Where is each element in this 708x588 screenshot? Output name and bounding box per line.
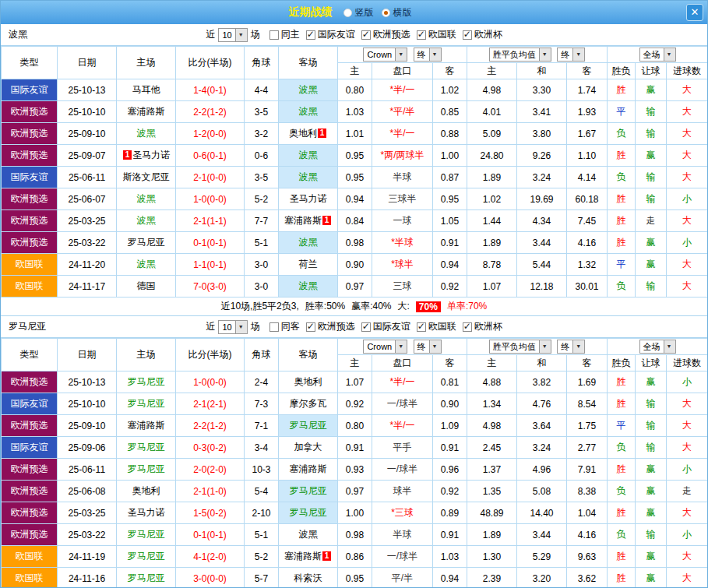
- competition-badge: 欧洲预选: [2, 524, 57, 545]
- odds-home: 0.98: [338, 524, 372, 546]
- match-count-select[interactable]: 10: [218, 28, 247, 42]
- scope-select[interactable]: 全场: [639, 48, 676, 62]
- mean-draw: 4.96: [517, 459, 567, 481]
- dropdown-arrow-icon: [572, 340, 584, 353]
- odds-home: 0.93: [338, 459, 372, 481]
- handicap-result: 输: [636, 524, 667, 546]
- table-row: 欧洲预选 25-10-13 罗马尼亚 1-0(0-0) 2-4 奥地利 1.07…: [2, 371, 708, 393]
- odds-away: 1.09: [433, 415, 467, 437]
- filter-checkbox-item[interactable]: 欧洲预选: [361, 28, 410, 41]
- away-team: 罗马尼亚: [279, 481, 338, 502]
- mean-away: 30.01: [567, 276, 608, 298]
- checkbox-icon[interactable]: [269, 322, 279, 332]
- filter-checkbox-item[interactable]: 欧洲杯: [463, 28, 502, 41]
- checkbox-icon[interactable]: [361, 30, 371, 40]
- competition-badge: 国际友谊: [2, 393, 57, 414]
- competition-type: 欧国联: [2, 568, 58, 588]
- corners: 5-2: [245, 546, 279, 568]
- odds-away: 0.91: [433, 232, 467, 254]
- odds-home: 1.01: [338, 123, 372, 145]
- match-date: 25-03-25: [58, 210, 117, 232]
- result: 胜: [608, 393, 636, 415]
- col-mean-home: 主: [467, 355, 517, 371]
- competition-type: 国际友谊: [2, 79, 58, 101]
- corners: 4-4: [245, 79, 279, 101]
- odds-handicap: 三球半: [372, 188, 433, 210]
- table-row: 欧洲预选 25-03-22 罗马尼亚 0-1(0-1) 5-1 波黑 0.98 …: [2, 524, 708, 546]
- mean-odds-group: 胜平负均值 终: [467, 339, 608, 355]
- competition-type: 国际友谊: [2, 393, 58, 415]
- filter-checkbox-item[interactable]: 欧洲预选: [306, 320, 355, 333]
- home-team-name: 波黑: [137, 259, 156, 269]
- competition-type: 欧洲预选: [2, 481, 58, 502]
- result-group: 全场: [608, 47, 708, 63]
- odds-away: 1.03: [433, 546, 467, 568]
- mean-select[interactable]: 胜平负均值: [489, 340, 551, 354]
- match-date: 24-11-16: [58, 568, 117, 588]
- radio-horizontal[interactable]: [382, 9, 390, 17]
- odds-handicap: 半球: [372, 167, 433, 188]
- checkbox-icon[interactable]: [306, 322, 315, 332]
- home-team: 罗马尼亚: [117, 232, 176, 254]
- mean-away: 1.10: [567, 145, 608, 167]
- col-mean-away: 客: [567, 355, 608, 371]
- handicap-result: 赢: [636, 459, 667, 481]
- page-title: 近期战绩: [289, 5, 333, 19]
- away-team: 罗马尼亚: [279, 502, 338, 524]
- home-team-name: 波黑: [137, 215, 156, 226]
- match-count-select[interactable]: 10: [218, 320, 247, 334]
- corners: 3-4: [245, 437, 279, 459]
- home-team: 罗马尼亚: [117, 568, 176, 588]
- col-odds-handicap: 盘口: [372, 355, 433, 371]
- checkbox-icon[interactable]: [417, 322, 426, 332]
- filter-checkbox-item[interactable]: 国际友谊: [361, 320, 410, 333]
- radio-vertical[interactable]: [343, 9, 352, 17]
- odds-stage-select[interactable]: 终: [414, 48, 442, 62]
- handicap-odds-group: Crown 终: [338, 47, 467, 63]
- checkbox-icon[interactable]: [269, 30, 279, 40]
- filter-checkbox-item[interactable]: 同主: [269, 28, 300, 41]
- radio-horizontal-label[interactable]: 横版: [393, 6, 412, 19]
- col-handicap-result: 让球: [636, 63, 667, 79]
- odds-stage-select[interactable]: 终: [414, 340, 442, 354]
- score: 1-5(0-2): [176, 502, 245, 524]
- table-row: 欧洲预选 25-03-25 圣马力诺 1-5(0-2) 2-10 罗马尼亚 1.…: [2, 502, 708, 524]
- mean-stage-select[interactable]: 终: [557, 48, 585, 62]
- home-team-name: 塞浦路斯: [128, 420, 165, 431]
- summary-record: 近10场,胜5平2负3,: [221, 300, 299, 313]
- bookmaker-select[interactable]: Crown: [363, 48, 407, 62]
- bookmaker-select[interactable]: Crown: [363, 340, 407, 354]
- scope-select[interactable]: 全场: [639, 340, 676, 354]
- mean-stage-select[interactable]: 终: [557, 340, 585, 354]
- odds-away: 0.94: [433, 568, 467, 588]
- checkbox-icon[interactable]: [463, 30, 472, 40]
- mean-home: 4.98: [467, 415, 517, 437]
- odds-home: 0.97: [338, 481, 372, 502]
- mean-home: 1.34: [467, 393, 517, 415]
- filter-checkbox-item[interactable]: 欧国联: [417, 320, 456, 333]
- filter-checkbox-item[interactable]: 国际友谊: [306, 28, 355, 41]
- filter-checkbox-item[interactable]: 欧洲杯: [463, 320, 502, 333]
- goals-result: 大: [667, 415, 708, 437]
- checkbox-icon[interactable]: [463, 322, 472, 332]
- goals-result: 大: [667, 101, 708, 123]
- checkbox-icon[interactable]: [417, 30, 426, 40]
- away-team-name: 塞浦路斯: [284, 215, 322, 226]
- goals-result: 大: [667, 167, 708, 188]
- away-team: 圣马力诺: [279, 188, 338, 210]
- mean-select[interactable]: 胜平负均值: [489, 48, 551, 62]
- checkbox-icon[interactable]: [361, 322, 371, 332]
- close-button[interactable]: [686, 4, 703, 21]
- checkbox-icon[interactable]: [306, 30, 315, 40]
- goals-result: 小: [667, 188, 708, 210]
- filter-checkbox-item[interactable]: 欧国联: [417, 28, 456, 41]
- result: 平: [608, 101, 636, 123]
- corners: 3-5: [245, 101, 279, 123]
- radio-vertical-label[interactable]: 竖版: [355, 6, 374, 19]
- result: 胜: [608, 371, 636, 393]
- mean-away: 1.69: [567, 371, 608, 393]
- stats-summary: 近10场,胜5平2负3, 胜率:50% 赢率:40% 大: 70% 单率:70%: [1, 298, 707, 316]
- handicap-result: 赢: [636, 254, 667, 276]
- home-team: 罗马尼亚: [117, 524, 176, 546]
- filter-checkbox-item[interactable]: 同客: [269, 320, 300, 333]
